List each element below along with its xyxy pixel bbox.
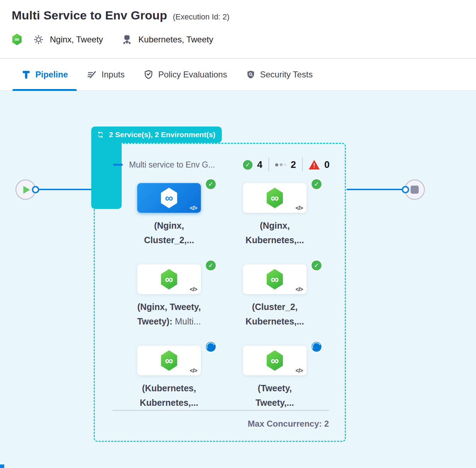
collapse-stage-button[interactable]: [113, 164, 123, 166]
stage-header-row: Multi service to Env G... ✓ 4 2 ! 0: [113, 156, 330, 174]
play-icon: [23, 186, 30, 194]
code-icon: </>: [296, 368, 303, 374]
matrix-loop-badge-label: 2 Service(s), 2 Environment(s): [109, 130, 215, 139]
link-stage-to-end: [347, 189, 403, 190]
matrix-node-nginx-kubernetes[interactable]: ∞ </> ✓ (Nginx, Kubernetes,...: [232, 183, 317, 247]
link-start-to-stage: [35, 189, 93, 190]
security-shield-icon: [246, 70, 256, 80]
matrix-node-kubernetes-kubernetes[interactable]: ∞ </> (Kubernetes, Kubernetes,...: [127, 346, 211, 410]
pipeline-icon: [21, 70, 31, 80]
success-badge-icon: ✓: [311, 179, 322, 190]
policy-shield-check-icon: [143, 69, 154, 80]
matrix-node-cluster2-kubernetes[interactable]: ∞ </> ✓ (Cluster_2, Kubernetes,...: [232, 264, 317, 329]
step-card[interactable]: ∞ </> ✓: [137, 183, 201, 213]
matrix-footer-divider: [112, 410, 329, 411]
divider: [268, 158, 269, 171]
execution-id: (Execution Id: 2): [173, 12, 230, 22]
service-hexagon-icon: ∞: [266, 350, 284, 371]
running-spinner-icon: [311, 341, 322, 352]
running-count-icon: [275, 163, 286, 166]
services-gear-icon: [33, 34, 44, 45]
running-spinner-icon: [205, 341, 216, 352]
success-badge-icon: ✓: [205, 260, 216, 271]
link-connector-dot: [402, 186, 409, 193]
node-label: (Tweety, Tweety,...: [232, 381, 317, 410]
stage-status-counts: ✓ 4 2 ! 0: [243, 158, 330, 171]
tab-pipeline[interactable]: Pipeline: [12, 59, 77, 90]
code-icon: </>: [296, 205, 303, 211]
execution-meta-row: ∞ Nginx, Tweety Kubernetes, Tweety: [12, 34, 476, 45]
tab-security-tests-label: Security Tests: [260, 70, 313, 80]
stage-header-left: Multi service to Env G...: [113, 160, 215, 170]
execution-header: Multi Service to Env Group (Execution Id…: [0, 0, 476, 58]
tab-policy-evaluations[interactable]: Policy Evaluations: [134, 59, 236, 90]
node-label: (Nginx, Tweety, Tweety): Multi...: [127, 300, 211, 329]
title-row: Multi Service to Env Group (Execution Id…: [12, 8, 476, 22]
code-icon: </>: [190, 368, 197, 374]
canvas-corner-control: [0, 464, 4, 468]
link-connector-dot: [32, 186, 39, 193]
matrix-node-nginx-tweety[interactable]: ∞ </> ✓ (Nginx, Tweety, Tweety): Multi..…: [127, 264, 211, 329]
service-hexagon-icon: ∞: [266, 188, 284, 208]
loop-icon: [96, 130, 105, 139]
page-title: Multi Service to Env Group: [12, 8, 167, 22]
matrix-loop-badge[interactable]: 2 Service(s), 2 Environment(s): [91, 127, 222, 143]
failed-count-icon: !: [309, 160, 320, 170]
node-label: (Nginx, Kubernetes,...: [232, 218, 317, 247]
inputs-icon: [87, 69, 97, 80]
code-icon: </>: [296, 286, 303, 293]
step-card[interactable]: ∞ </> ✓: [243, 264, 307, 294]
node-label: (Kubernetes, Kubernetes,...: [127, 381, 211, 410]
matrix-node-tweety-tweety[interactable]: ∞ </> (Tweety, Tweety,...: [232, 346, 317, 410]
running-count: 2: [291, 159, 296, 170]
failed-count: 0: [324, 159, 330, 170]
harness-cd-icon: ∞: [12, 34, 22, 45]
step-card[interactable]: ∞ </> ✓: [137, 264, 201, 294]
code-icon: </>: [190, 286, 197, 293]
step-card[interactable]: ∞ </> ✓: [243, 183, 307, 213]
execution-tabbar: Pipeline Inputs Policy Evaluations Secur…: [0, 58, 476, 91]
code-icon: </>: [190, 205, 197, 211]
service-hexagon-icon: ∞: [160, 188, 178, 208]
max-concurrency-label: Max Concurrency: 2: [112, 419, 329, 429]
environments-icon: [121, 34, 133, 45]
divider: [302, 158, 303, 171]
tab-security-tests[interactable]: Security Tests: [237, 59, 321, 90]
service-hexagon-icon: ∞: [160, 350, 178, 371]
node-label: (Cluster_2, Kubernetes,...: [232, 300, 317, 329]
step-card[interactable]: ∞ </>: [137, 346, 201, 375]
tab-inputs[interactable]: Inputs: [78, 59, 133, 90]
success-count: 4: [257, 159, 262, 170]
services-label: Nginx, Tweety: [50, 35, 103, 45]
service-hexagon-icon: ∞: [266, 269, 284, 289]
environments-label: Kubernetes, Tweety: [138, 35, 213, 45]
stop-icon: [411, 186, 419, 194]
service-hexagon-icon: ∞: [160, 269, 178, 289]
tab-inputs-label: Inputs: [101, 70, 124, 80]
success-count-icon: ✓: [243, 160, 252, 170]
tab-pipeline-label: Pipeline: [35, 70, 68, 80]
step-card[interactable]: ∞ </>: [243, 346, 307, 375]
pipeline-canvas[interactable]: 2 Service(s), 2 Environment(s) Multi ser…: [0, 91, 476, 468]
success-badge-icon: ✓: [205, 179, 216, 190]
success-badge-icon: ✓: [311, 260, 322, 271]
stage-name: Multi service to Env G...: [129, 160, 215, 170]
tab-policy-evaluations-label: Policy Evaluations: [158, 70, 227, 80]
node-label: (Nginx, Cluster_2,...: [127, 218, 211, 247]
matrix-node-nginx-cluster2[interactable]: ∞ </> ✓ (Nginx, Cluster_2,...: [127, 183, 211, 247]
